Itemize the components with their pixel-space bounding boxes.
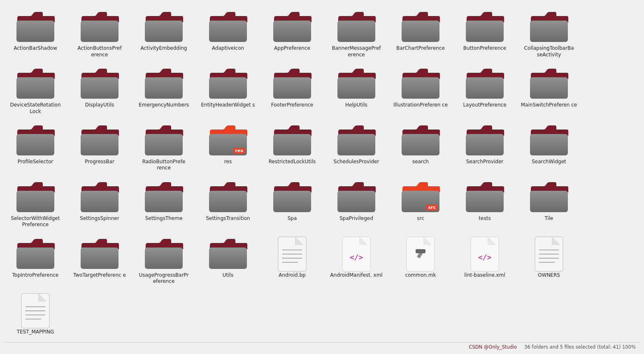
list-item[interactable]: SchedulesProvider xyxy=(324,120,388,177)
folder-icon xyxy=(80,181,119,214)
folder-icon xyxy=(144,67,184,100)
item-label: tests xyxy=(479,215,491,222)
folder-icon xyxy=(16,67,55,100)
list-item[interactable]: SettingsTransition xyxy=(196,177,260,234)
svg-rect-12 xyxy=(209,77,247,99)
list-item[interactable]: MainSwitchPreferen ce xyxy=(517,63,581,120)
folder-icon xyxy=(16,238,55,271)
svg-rect-1 xyxy=(81,21,119,42)
folder-icon xyxy=(529,67,569,100)
item-label: MainSwitchPreferen ce xyxy=(521,102,577,109)
list-item[interactable]: ActivityEmbedding xyxy=(132,7,196,63)
svg-rect-38 xyxy=(145,248,183,269)
list-item[interactable]: resres xyxy=(196,120,260,177)
folder-icon xyxy=(337,11,376,44)
list-item[interactable]: CollapsingToolbarBa seActivity xyxy=(517,7,581,63)
folder-icon xyxy=(529,124,569,157)
list-item[interactable]: EmergencyNumbers xyxy=(132,63,196,120)
list-item[interactable]: SpaPrivileged xyxy=(324,177,388,234)
list-item[interactable]: BarChartPreference xyxy=(388,7,453,63)
item-label: AdaptiveIcon xyxy=(212,45,244,52)
list-item[interactable]: TopIntroPreference xyxy=(3,234,67,290)
folder-badge: res xyxy=(233,148,245,154)
list-item[interactable]: DeviceStateRotation Lock xyxy=(3,63,67,120)
svg-rect-13 xyxy=(273,77,311,99)
list-item[interactable]: ProgressBar xyxy=(67,120,132,177)
item-label: Android.bp xyxy=(279,272,305,279)
list-item[interactable]: Utils xyxy=(196,234,260,290)
list-item[interactable]: common.mk xyxy=(388,234,453,290)
list-item[interactable]: search xyxy=(388,120,453,177)
file-manager: ActionBarShadow ActionButtonsPref erence… xyxy=(0,0,644,354)
status-text: 36 folders and 5 files selected (total: … xyxy=(524,344,636,350)
list-item[interactable]: Android.bp xyxy=(260,234,324,290)
item-label: SettingsSpinner xyxy=(80,215,119,222)
list-item[interactable]: SearchWidget xyxy=(517,120,581,177)
folder-icon xyxy=(337,181,376,214)
svg-rect-4 xyxy=(273,21,311,42)
svg-rect-31 xyxy=(273,191,311,212)
item-label: TEST_MAPPING xyxy=(17,329,54,335)
svg-rect-0 xyxy=(16,21,54,42)
list-item[interactable]: TEST_MAPPING xyxy=(3,290,67,340)
folder-icon xyxy=(272,11,312,44)
folder-icon xyxy=(337,124,376,157)
list-item[interactable]: UsageProgressBarPr eference xyxy=(132,234,196,290)
list-item[interactable]: SelectorWithWidget Preference xyxy=(3,177,67,234)
list-item[interactable]: OWNERS xyxy=(517,234,581,290)
list-item[interactable]: IllustrationPreferen ce xyxy=(388,63,453,120)
list-item[interactable]: TwoTargetPreferenc e xyxy=(67,234,132,290)
list-item[interactable]: EntityHeaderWidget s xyxy=(196,63,260,120)
svg-rect-2 xyxy=(145,21,183,42)
list-item[interactable]: </> AndroidManifest. xml xyxy=(324,234,388,290)
list-item[interactable]: BannerMessagePref erence xyxy=(324,7,388,63)
folder-icon xyxy=(401,11,440,44)
list-item[interactable]: srcsrc xyxy=(388,177,453,234)
svg-rect-23 xyxy=(337,134,375,155)
svg-rect-39 xyxy=(209,248,247,269)
folder-badge: src xyxy=(426,204,438,211)
folder-icon xyxy=(16,124,55,157)
item-label: TwoTargetPreferenc e xyxy=(73,272,126,279)
item-label: SearchWidget xyxy=(532,159,566,165)
svg-rect-36 xyxy=(16,248,54,269)
svg-rect-29 xyxy=(145,191,183,212)
list-item[interactable]: LayoutPreference xyxy=(453,63,517,120)
list-item[interactable]: SettingsSpinner xyxy=(67,177,132,234)
list-item[interactable]: AppPreference xyxy=(260,7,324,63)
svg-rect-26 xyxy=(530,134,568,155)
svg-rect-35 xyxy=(530,191,568,212)
folder-icon xyxy=(80,11,119,44)
folder-icon xyxy=(401,67,440,100)
item-label: SpaPrivileged xyxy=(339,215,373,222)
list-item[interactable]: Tile xyxy=(517,177,581,234)
svg-rect-6 xyxy=(402,21,439,42)
list-item[interactable]: </> lint-baseline.xml xyxy=(453,234,517,290)
item-label: ProgressBar xyxy=(85,159,114,165)
folder-icon xyxy=(144,238,184,271)
item-label: UsageProgressBarPr eference xyxy=(135,272,193,285)
list-item[interactable]: SearchProvider xyxy=(453,120,517,177)
list-item[interactable]: Spa xyxy=(260,177,324,234)
list-item[interactable]: RestrictedLockUtils xyxy=(260,120,324,177)
item-label: EmergencyNumbers xyxy=(139,102,189,109)
list-item[interactable]: ButtonPreference xyxy=(453,7,517,63)
status-bar: CSDN @Only_Studio 36 folders and 5 files… xyxy=(3,342,641,351)
item-label: BannerMessagePref erence xyxy=(328,45,385,58)
list-item[interactable]: RadioButtonPrefe rence xyxy=(132,120,196,177)
list-item[interactable]: DisplayUtils xyxy=(67,63,132,120)
item-label: res xyxy=(224,159,232,165)
list-item[interactable]: AdaptiveIcon xyxy=(196,7,260,63)
svg-rect-22 xyxy=(273,134,311,155)
svg-rect-10 xyxy=(81,77,119,99)
list-item[interactable]: SettingsTheme xyxy=(132,177,196,234)
svg-rect-25 xyxy=(466,134,504,155)
list-item[interactable]: ProfileSelector xyxy=(3,120,67,177)
svg-rect-7 xyxy=(466,21,504,42)
list-item[interactable]: ActionBarShadow xyxy=(3,7,67,63)
list-item[interactable]: ActionButtonsPref erence xyxy=(67,7,132,63)
list-item[interactable]: tests xyxy=(453,177,517,234)
list-item[interactable]: FooterPreference xyxy=(260,63,324,120)
list-item[interactable]: HelpUtils xyxy=(324,63,388,120)
folder-icon xyxy=(16,11,55,44)
